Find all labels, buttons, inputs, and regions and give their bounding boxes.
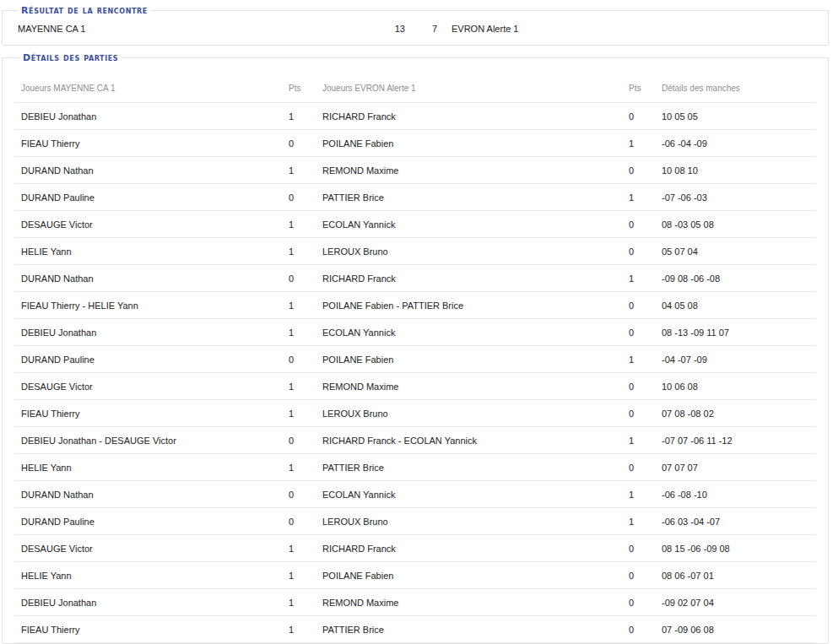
away-player-name: RICHARD Franck xyxy=(322,273,629,284)
away-player-pts: 0 xyxy=(629,463,662,473)
sets-detail: 10 05 05 xyxy=(662,111,816,122)
table-header-row: Joueurs MAYENNE CA 1 Pts Joueurs EVRON A… xyxy=(14,62,816,103)
sets-detail: -04 -07 -09 xyxy=(662,354,816,365)
home-player-name: DURAND Nathan xyxy=(21,273,289,284)
home-player-pts: 0 xyxy=(289,138,322,149)
home-player-pts: 1 xyxy=(289,219,322,230)
sets-detail: 10 08 10 xyxy=(662,165,816,176)
away-player-name: LEROUX Bruno xyxy=(322,246,629,257)
away-player-pts: 0 xyxy=(629,165,662,176)
home-player-name: FIEAU Thierry xyxy=(21,409,289,419)
away-player-pts: 1 xyxy=(629,517,662,527)
table-row: DURAND Pauline0PATTIER Brice1-07 -06 -03 xyxy=(14,184,816,211)
home-player-name: DURAND Pauline xyxy=(21,354,289,365)
away-player-name: PATTIER Brice xyxy=(322,463,629,473)
away-team-name: EVRON Alerte 1 xyxy=(437,24,818,34)
away-player-pts: 1 xyxy=(629,354,662,365)
home-player-name: DESAUGE Victor xyxy=(21,544,289,554)
result-section-title: Résultat de la rencontre xyxy=(18,6,151,15)
table-row: DEBIEU Jonathan1REMOND Maxime0-09 02 07 … xyxy=(14,589,816,616)
away-player-name: POILANE Fabien xyxy=(322,354,629,365)
sets-detail: 08 -03 05 08 xyxy=(662,219,816,230)
result-section: Résultat de la rencontre MAYENNE CA 1 13… xyxy=(2,6,829,46)
table-row: FIEAU Thierry0POILANE Fabien1-06 -04 -09 xyxy=(14,130,816,157)
home-player-name: FIEAU Thierry xyxy=(21,138,289,149)
home-player-pts: 0 xyxy=(289,436,322,446)
sets-detail: -06 -08 -10 xyxy=(662,490,816,500)
away-player-name: ECOLAN Yannick xyxy=(322,219,629,230)
home-player-pts: 1 xyxy=(289,463,322,473)
home-player-name: DEBIEU Jonathan - DESAUGE Victor xyxy=(21,436,289,446)
away-player-name: LEROUX Bruno xyxy=(322,409,629,419)
column-header-sets-detail: Détails des manches xyxy=(662,84,816,93)
home-player-name: DURAND Nathan xyxy=(21,165,289,176)
sets-detail: 07 -09 06 08 xyxy=(662,625,816,635)
home-player-pts: 1 xyxy=(289,300,322,311)
home-player-name: DESAUGE Victor xyxy=(21,219,289,230)
table-row: FIEAU Thierry1LEROUX Bruno007 08 -08 02 xyxy=(14,400,816,427)
sets-detail: -06 -04 -09 xyxy=(662,138,816,149)
away-player-pts: 0 xyxy=(629,327,662,338)
table-row: FIEAU Thierry1PATTIER Brice007 -09 06 08 xyxy=(14,616,816,643)
column-header-away-players: Joueurs EVRON Alerte 1 xyxy=(322,84,629,93)
details-section: Détails des parties Joueurs MAYENNE CA 1… xyxy=(2,53,829,644)
away-player-pts: 1 xyxy=(629,273,662,284)
sets-detail: -06 03 -04 -07 xyxy=(662,517,816,527)
home-player-name: FIEAU Thierry - HELIE Yann xyxy=(21,300,289,311)
home-player-name: DURAND Pauline xyxy=(21,517,289,527)
away-player-pts: 0 xyxy=(629,219,662,230)
away-player-pts: 0 xyxy=(629,111,662,122)
sets-detail: 08 06 -07 01 xyxy=(662,571,816,581)
away-player-name: POILANE Fabien - PATTIER Brice xyxy=(322,300,629,311)
sets-detail: 05 07 04 xyxy=(662,246,816,257)
away-player-name: POILANE Fabien xyxy=(322,138,629,149)
details-section-title: Détails des parties xyxy=(19,53,122,62)
away-team-score: 7 xyxy=(405,24,437,34)
away-player-name: ECOLAN Yannick xyxy=(322,327,629,338)
home-player-name: DEBIEU Jonathan xyxy=(21,598,289,608)
away-player-name: RICHARD Franck xyxy=(322,111,629,122)
away-player-pts: 1 xyxy=(629,436,662,446)
away-player-pts: 0 xyxy=(629,409,662,419)
away-player-pts: 0 xyxy=(629,246,662,257)
column-header-away-pts: Pts xyxy=(629,84,662,93)
table-row: DEBIEU Jonathan1RICHARD Franck010 05 05 xyxy=(14,103,816,130)
away-player-name: REMOND Maxime xyxy=(322,382,629,392)
table-row: HELIE Yann1LEROUX Bruno005 07 04 xyxy=(14,238,816,265)
away-player-pts: 0 xyxy=(629,300,662,311)
away-player-pts: 1 xyxy=(629,192,662,203)
sets-detail: 08 15 -06 -09 08 xyxy=(662,544,816,554)
away-player-name: LEROUX Bruno xyxy=(322,517,629,527)
away-player-pts: 0 xyxy=(629,571,662,581)
home-team-score: 13 xyxy=(380,24,405,34)
away-player-name: RICHARD Franck - ECOLAN Yannick xyxy=(322,436,629,446)
table-row: DURAND Nathan0RICHARD Franck1-09 08 -06 … xyxy=(14,265,816,292)
table-row: FIEAU Thierry - HELIE Yann1POILANE Fabie… xyxy=(14,292,816,319)
home-player-pts: 1 xyxy=(289,544,322,554)
home-player-name: DURAND Pauline xyxy=(21,192,289,203)
sets-detail: 04 05 08 xyxy=(662,300,816,311)
away-player-name: ECOLAN Yannick xyxy=(322,490,629,500)
home-team-name: MAYENNE CA 1 xyxy=(13,24,380,34)
table-row: DURAND Pauline0LEROUX Bruno1-06 03 -04 -… xyxy=(14,508,816,535)
table-row: HELIE Yann1POILANE Fabien008 06 -07 01 xyxy=(14,562,816,589)
match-table-body: DEBIEU Jonathan1RICHARD Franck010 05 05F… xyxy=(14,103,816,643)
column-header-home-players: Joueurs MAYENNE CA 1 xyxy=(21,84,289,93)
away-player-pts: 0 xyxy=(629,544,662,554)
table-row: DURAND Nathan0ECOLAN Yannick1-06 -08 -10 xyxy=(14,481,816,508)
away-player-name: PATTIER Brice xyxy=(322,192,629,203)
sets-detail: -09 08 -06 -08 xyxy=(662,273,816,284)
home-player-name: HELIE Yann xyxy=(21,246,289,257)
home-player-pts: 1 xyxy=(289,571,322,581)
home-player-pts: 0 xyxy=(289,273,322,284)
sets-detail: -07 -06 -03 xyxy=(662,192,816,203)
table-row: DESAUGE Victor1RICHARD Franck008 15 -06 … xyxy=(14,535,816,562)
home-player-pts: 1 xyxy=(289,382,322,392)
home-player-pts: 1 xyxy=(289,598,322,608)
away-player-pts: 1 xyxy=(629,490,662,500)
away-player-pts: 1 xyxy=(629,138,662,149)
home-player-pts: 1 xyxy=(289,165,322,176)
away-player-name: PATTIER Brice xyxy=(322,625,629,635)
sets-detail: 08 -13 -09 11 07 xyxy=(662,327,816,338)
home-player-name: HELIE Yann xyxy=(21,463,289,473)
